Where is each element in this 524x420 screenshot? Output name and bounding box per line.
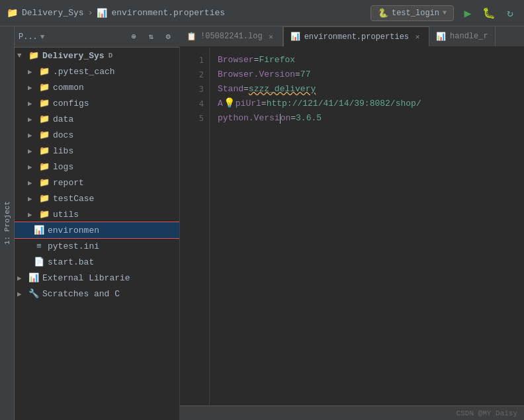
rerun-button[interactable]: ↻ — [503, 6, 517, 21]
pytest-arrow-icon: ▶ — [28, 67, 38, 76]
log-tab-close[interactable]: ✕ — [267, 32, 276, 41]
tree-item-libs[interactable]: ▶ 📁 libs — [15, 143, 179, 159]
pytest-folder-icon: 📁 — [38, 65, 50, 77]
eq-4: = — [261, 97, 267, 111]
val-stand: szzz_delivery — [249, 82, 316, 97]
ini-file-icon: ≡ — [33, 240, 45, 252]
run-button[interactable]: ▶ — [460, 6, 475, 21]
scratches-icon: 🔧 — [28, 288, 40, 300]
testcase-label: testCase — [53, 194, 94, 204]
val-url: http://121/41/14/39:8082/shop/ — [267, 97, 421, 111]
code-editor[interactable]: 1 2 3 4 5 Browser = Firefox Browser.Vers… — [180, 48, 524, 405]
run-config-dropdown[interactable]: 🐍 test_login ▼ — [371, 5, 454, 21]
tree-item-startbat[interactable]: 📄 start.bat — [15, 254, 179, 270]
run-config-icon: 🐍 — [378, 8, 388, 19]
tab-handle[interactable]: 📊 handle_r — [429, 26, 496, 46]
testcase-folder-icon: 📁 — [38, 192, 50, 204]
tree-item-scratches[interactable]: ▶ 🔧 Scratches and C — [15, 286, 179, 302]
line-num-4: 4 — [180, 97, 209, 111]
configs-label: configs — [53, 99, 89, 108]
data-folder-icon: 📁 — [38, 113, 50, 125]
properties-file-icon: 📊 — [97, 8, 107, 19]
lightbulb-icon: 💡 — [224, 96, 235, 110]
code-line-1: Browser = Firefox — [218, 53, 516, 67]
breadcrumb-sep: › — [88, 8, 93, 18]
docs-arrow-icon: ▶ — [28, 131, 38, 140]
libs-label: libs — [53, 146, 73, 156]
tree-project-label: P... — [19, 32, 38, 42]
report-label: report — [53, 178, 84, 188]
tab-log[interactable]: 📋 !05082241.log ✕ — [180, 26, 283, 46]
add-item-btn[interactable]: ⊕ — [126, 30, 141, 44]
run-config-label: test_login — [392, 9, 439, 18]
tree-item-common[interactable]: ▶ 📁 common — [15, 79, 179, 95]
log-tab-label: !05082241.log — [200, 32, 263, 41]
editor-area: 📋 !05082241.log ✕ 📊 environment.properti… — [180, 26, 524, 420]
tree-item-testcase[interactable]: ▶ 📁 testCase — [15, 190, 179, 206]
key-python-versi: python.Versi — [218, 111, 280, 126]
logs-label: logs — [53, 162, 73, 172]
eq-2: = — [295, 67, 300, 82]
title-bar: 📁 Delivery_Sys › 📊 environment.propertie… — [0, 0, 524, 26]
common-label: common — [53, 83, 84, 93]
tree-dropdown-icon: ▼ — [40, 33, 45, 41]
eq-1: = — [254, 53, 259, 67]
settings-btn[interactable]: ⚙ — [161, 30, 175, 44]
data-label: data — [53, 114, 73, 124]
pytest-label: .pytest_cach — [53, 67, 115, 77]
key-python-on: on — [281, 111, 291, 126]
report-arrow-icon: ▶ — [28, 179, 38, 187]
tree-item-data[interactable]: ▶ 📁 data — [15, 111, 179, 127]
ext-libs-icon: 📊 — [28, 272, 40, 284]
ext-libs-label: External Librarie — [42, 273, 130, 283]
tree-item-pytestini[interactable]: ≡ pytest.ini — [15, 238, 179, 254]
code-line-5: python.Versi on = 3.6.5 — [218, 111, 516, 126]
configs-arrow-icon: ▶ — [28, 99, 38, 108]
root-folder-icon: 📁 — [28, 50, 40, 62]
tree-root[interactable]: ▼ 📁 Delivery_Sys D — [15, 48, 179, 63]
tab-environment[interactable]: 📊 environment.properties ✕ — [283, 26, 429, 46]
ini-label: pytest.ini — [48, 241, 99, 251]
tree-item-configs[interactable]: ▶ 📁 configs — [15, 95, 179, 111]
line-num-3: 3 — [180, 82, 209, 97]
configs-folder-icon: 📁 — [38, 97, 50, 109]
root-label: Delivery_Sys — [42, 51, 105, 61]
handle-tab-label: handle_r — [450, 32, 488, 41]
key-apiurl-a: A — [218, 97, 223, 111]
scratches-arrow-icon: ▶ — [17, 290, 28, 298]
sort-btn[interactable]: ⇅ — [144, 30, 158, 44]
utils-arrow-icon: ▶ — [28, 210, 38, 219]
tree-item-logs[interactable]: ▶ 📁 logs — [15, 159, 179, 175]
project-panel-label: 1: Project — [3, 201, 11, 245]
scratches-label: Scratches and C — [42, 289, 120, 299]
logs-folder-icon: 📁 — [38, 161, 50, 173]
utils-label: utils — [53, 210, 79, 220]
side-panel-label[interactable]: 1: Project — [0, 26, 15, 420]
tree-item-external-libs[interactable]: ▶ 📊 External Librarie — [15, 270, 179, 286]
title-filename: environment.properties — [111, 8, 225, 18]
tree-content: ▼ 📁 Delivery_Sys D ▶ 📁 .pytest_cach ▶ 📁 … — [15, 48, 179, 420]
tree-item-report[interactable]: ▶ 📁 report — [15, 175, 179, 190]
tree-item-docs[interactable]: ▶ 📁 docs — [15, 127, 179, 143]
key-stand: Stand — [218, 82, 243, 97]
tree-item-pytest-cach[interactable]: ▶ 📁 .pytest_cach — [15, 63, 179, 79]
title-bar-left: 📁 Delivery_Sys › 📊 environment.propertie… — [7, 7, 365, 19]
main-layout: 1: Project P... ▼ ⊕ ⇅ ⚙ ▼ 📁 Delivery_Sys… — [0, 26, 524, 420]
line-num-2: 2 — [180, 67, 209, 82]
line-numbers: 1 2 3 4 5 — [180, 48, 210, 405]
line-num-1: 1 — [180, 53, 209, 67]
tree-item-utils[interactable]: ▶ 📁 utils — [15, 206, 179, 222]
env-tab-icon: 📊 — [290, 32, 300, 42]
root-badge: D — [109, 52, 113, 60]
bat-label: start.bat — [48, 257, 94, 267]
line-num-5: 5 — [180, 111, 209, 126]
val-python-version: 3.6.5 — [296, 111, 322, 126]
key-browser: Browser — [218, 53, 254, 67]
tree-item-environment[interactable]: 📊 environmen — [15, 222, 179, 238]
env-tab-close[interactable]: ✕ — [413, 32, 422, 42]
dropdown-arrow-icon: ▼ — [443, 9, 447, 17]
debug-button[interactable]: 🐛 — [482, 6, 496, 21]
data-arrow-icon: ▶ — [28, 115, 38, 124]
tab-bar: 📋 !05082241.log ✕ 📊 environment.properti… — [180, 26, 524, 48]
logs-arrow-icon: ▶ — [28, 163, 38, 171]
